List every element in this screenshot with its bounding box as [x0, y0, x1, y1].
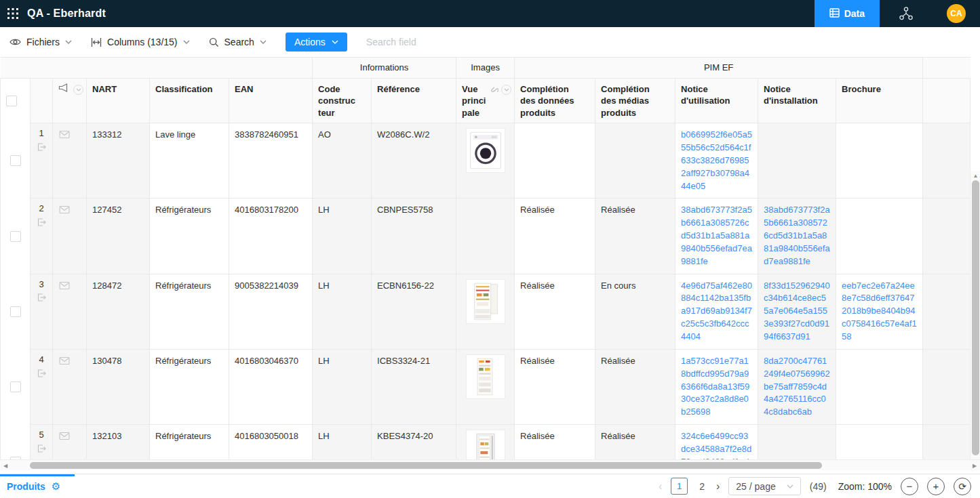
- horizontal-scrollbar[interactable]: ◀ ▶: [0, 459, 980, 470]
- nart-cell[interactable]: 130478: [87, 349, 150, 424]
- completion-medias-cell[interactable]: Réalisée: [595, 349, 675, 424]
- horizontal-scroll-thumb[interactable]: [30, 462, 822, 469]
- vertical-scroll-thumb[interactable]: [972, 180, 979, 455]
- prev-page-button[interactable]: ‹: [659, 481, 662, 492]
- header-code-constructeur[interactable]: Code constructeur: [313, 78, 372, 123]
- header-classification[interactable]: Classification: [150, 78, 229, 123]
- header-notice-installation[interactable]: Notice d'installation: [758, 78, 836, 123]
- actions-button[interactable]: Actions: [286, 33, 347, 51]
- nart-cell[interactable]: 132103: [87, 425, 150, 459]
- notice-installation-link[interactable]: 8da2700c47761249f4e07569962be75aff7859c4…: [764, 356, 830, 417]
- header-reference[interactable]: Référence: [372, 78, 456, 123]
- ean-cell[interactable]: 4016803046370: [229, 349, 313, 424]
- classification-cell[interactable]: Lave linge: [150, 123, 229, 199]
- scroll-right-arrow[interactable]: ▶: [969, 460, 980, 471]
- page-2-button[interactable]: 2: [697, 481, 707, 492]
- classification-cell[interactable]: Réfrigérateurs: [150, 199, 229, 274]
- tab-produits[interactable]: Produits: [7, 481, 45, 492]
- header-completion-donnees[interactable]: Complétion des données produits: [515, 78, 595, 123]
- select-all-checkbox[interactable]: [6, 96, 17, 106]
- classification-cell[interactable]: Réfrigérateurs: [150, 349, 229, 424]
- page-1-button[interactable]: 1: [671, 478, 688, 495]
- filter-icon[interactable]: [501, 85, 511, 95]
- completion-donnees-cell[interactable]: Réalisée: [515, 274, 595, 349]
- classification-cell[interactable]: Réfrigérateurs: [150, 274, 229, 349]
- nart-cell[interactable]: 128472: [87, 274, 150, 349]
- ean-cell[interactable]: 4016803050018: [229, 425, 313, 459]
- filter-icon[interactable]: [73, 85, 83, 95]
- ean-cell[interactable]: 9005382214039: [229, 274, 313, 349]
- avatar[interactable]: CA: [947, 4, 966, 23]
- envelope-icon[interactable]: [59, 281, 70, 290]
- envelope-icon[interactable]: [59, 356, 70, 365]
- reference-cell[interactable]: ICBS3324-21: [372, 349, 456, 424]
- row-checkbox[interactable]: [10, 155, 21, 166]
- reference-cell[interactable]: ECBN6156-22: [372, 274, 456, 349]
- header-vue-principale[interactable]: Vue principale: [456, 78, 515, 123]
- header-completion-medias[interactable]: Complétion des médias produits: [595, 78, 675, 123]
- completion-medias-cell[interactable]: [595, 123, 675, 199]
- completion-medias-cell[interactable]: Réalisée: [595, 199, 675, 274]
- vertical-scrollbar[interactable]: ▲ ▼: [970, 171, 980, 459]
- completion-medias-cell[interactable]: En cours: [595, 274, 675, 349]
- open-record-icon[interactable]: [37, 293, 46, 302]
- envelope-icon[interactable]: [59, 432, 70, 440]
- code-constructeur-cell[interactable]: LH: [313, 274, 372, 349]
- refresh-button[interactable]: ⟳: [954, 478, 971, 495]
- row-checkbox[interactable]: [10, 381, 21, 392]
- ean-cell[interactable]: 4016803178200: [229, 199, 313, 274]
- reference-cell[interactable]: CBNPES5758: [372, 199, 456, 274]
- notice-installation-link[interactable]: 38abd673773f2a5b6661a3085726cd5d31b1a5a8…: [764, 205, 830, 266]
- page-size-select[interactable]: 25 / page: [728, 477, 800, 495]
- gear-icon[interactable]: ⚙: [52, 480, 60, 493]
- open-record-icon[interactable]: [37, 444, 46, 453]
- product-thumbnail[interactable]: [467, 129, 505, 172]
- nart-cell[interactable]: 133312: [87, 123, 150, 199]
- tab-data[interactable]: Data: [815, 0, 880, 27]
- zoom-in-button[interactable]: +: [927, 478, 945, 495]
- search-input[interactable]: [366, 37, 529, 47]
- header-brochure[interactable]: Brochure: [836, 78, 923, 123]
- product-thumbnail[interactable]: [467, 280, 505, 323]
- reference-cell[interactable]: KBES4374-20: [372, 425, 456, 459]
- notice-utilisation-link[interactable]: 38abd673773f2a5b6661a3085726cd5d31b1a5a8…: [681, 205, 752, 266]
- envelope-icon[interactable]: [59, 130, 70, 139]
- open-record-icon[interactable]: [37, 218, 46, 226]
- header-ean[interactable]: EAN: [229, 78, 313, 123]
- scroll-left-arrow[interactable]: ◀: [0, 460, 11, 471]
- notice-utilisation-link[interactable]: 324c6e6499cc93dce34588a7f2e8d79ecd6468ed…: [681, 431, 751, 459]
- nart-cell[interactable]: 127452: [87, 199, 150, 274]
- notice-utilisation-link[interactable]: 4e96d75af462e80884c1142ba135fba917d69ab9…: [681, 281, 752, 341]
- row-checkbox[interactable]: [10, 231, 21, 242]
- app-launcher-icon[interactable]: [7, 7, 19, 20]
- code-constructeur-cell[interactable]: AO: [313, 123, 372, 199]
- notice-utilisation-link[interactable]: b0669952f6e05a555b56c52d564c1f633c3826d7…: [681, 129, 752, 190]
- brochure-link[interactable]: eeb7ec2e67a24ee8e7c58d6eff376472018b9be8…: [842, 281, 917, 341]
- code-constructeur-cell[interactable]: LH: [313, 349, 372, 424]
- completion-donnees-cell[interactable]: Réalisée: [515, 425, 595, 459]
- fichiers-menu[interactable]: Fichiers: [9, 37, 72, 47]
- notification-header[interactable]: [53, 78, 87, 123]
- completion-donnees-cell[interactable]: Réalisée: [515, 199, 595, 274]
- open-record-icon[interactable]: [37, 143, 46, 151]
- network-icon[interactable]: [880, 0, 933, 27]
- product-thumbnail[interactable]: [467, 355, 505, 398]
- scroll-up-arrow[interactable]: ▲: [971, 171, 980, 180]
- open-record-icon[interactable]: [37, 369, 46, 377]
- notice-installation-link[interactable]: 8f33d152962940c34b614ce8ec55a7e064e5a155…: [764, 281, 830, 341]
- completion-donnees-cell[interactable]: Réalisée: [515, 349, 595, 424]
- header-notice-utilisation[interactable]: Notice d'utilisation: [675, 78, 758, 123]
- next-page-button[interactable]: ›: [716, 481, 720, 492]
- zoom-out-button[interactable]: −: [901, 478, 918, 495]
- columns-menu[interactable]: Columns (13/15): [91, 37, 190, 47]
- search-menu[interactable]: Search: [209, 37, 267, 47]
- completion-donnees-cell[interactable]: [515, 123, 595, 199]
- notice-utilisation-link[interactable]: 1a573cc91e77a18bdffcd995d79a96366f6da8a1…: [681, 356, 749, 417]
- envelope-icon[interactable]: [59, 205, 70, 214]
- ean-cell[interactable]: 3838782460951: [229, 123, 313, 199]
- header-nart[interactable]: NART: [87, 78, 150, 123]
- code-constructeur-cell[interactable]: LH: [313, 425, 372, 459]
- classification-cell[interactable]: Réfrigérateurs: [150, 425, 229, 459]
- completion-medias-cell[interactable]: Réalisée: [595, 425, 675, 459]
- code-constructeur-cell[interactable]: LH: [313, 199, 372, 274]
